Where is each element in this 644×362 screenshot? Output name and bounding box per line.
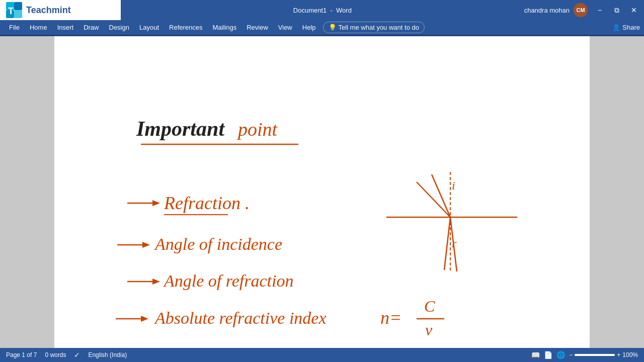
minimize-button[interactable]: −	[592, 2, 608, 18]
document-title: Document1 - Word	[121, 7, 524, 14]
content-area: Important point Refraction . Angle of in…	[0, 36, 644, 348]
svg-line-28	[432, 174, 450, 217]
page-count: Page 1 of 7	[6, 351, 37, 358]
zoom-in-icon[interactable]: +	[617, 351, 620, 358]
svg-text:Angle of refraction: Angle of refraction	[163, 272, 293, 290]
word-count: 0 words	[45, 351, 66, 358]
menu-view[interactable]: View	[273, 22, 297, 33]
menu-insert[interactable]: Insert	[52, 22, 79, 33]
svg-marker-9	[152, 200, 160, 206]
svg-text:v: v	[425, 321, 433, 339]
svg-text:point: point	[236, 119, 278, 140]
share-label: Share	[622, 24, 640, 31]
svg-rect-1	[14, 2, 22, 10]
menu-bar: File Home Insert Draw Design Layout Refe…	[0, 20, 644, 35]
menu-draw[interactable]: Draw	[78, 22, 104, 33]
left-margin	[0, 36, 54, 348]
zoom-level: 100%	[622, 351, 638, 358]
status-right: 📖 📄 🌐 − + 100%	[531, 351, 638, 359]
svg-text:Angle of incidence: Angle of incidence	[154, 235, 282, 253]
menu-layout[interactable]: Layout	[134, 22, 164, 33]
read-mode-icon[interactable]: 📖	[531, 351, 540, 359]
menu-review[interactable]: Review	[242, 22, 273, 33]
svg-marker-16	[152, 279, 160, 285]
svg-text:n=: n=	[380, 308, 401, 328]
zoom-out-icon[interactable]: −	[569, 351, 573, 358]
svg-text:T: T	[8, 6, 14, 16]
svg-text:i: i	[452, 179, 455, 192]
teachmint-logo-icon: T	[6, 2, 22, 18]
menu-home[interactable]: Home	[25, 22, 52, 33]
user-name: chandra mohan	[524, 7, 570, 14]
svg-text:r: r	[452, 237, 457, 250]
svg-line-29	[444, 217, 450, 270]
drawing-canvas: Important point Refraction . Angle of in…	[54, 36, 590, 348]
zoom-slider[interactable]	[575, 354, 615, 356]
proofing-icon[interactable]: ✓	[74, 351, 80, 359]
user-avatar[interactable]: CM	[574, 3, 588, 17]
close-button[interactable]: ✕	[626, 2, 642, 18]
svg-marker-13	[142, 242, 150, 248]
svg-text:C: C	[424, 297, 435, 315]
share-icon: 👤	[612, 24, 620, 31]
web-view-icon[interactable]: 🌐	[556, 351, 565, 359]
share-button[interactable]: 👤 Share	[612, 24, 640, 31]
svg-marker-19	[141, 316, 148, 322]
user-area: chandra mohan CM	[524, 3, 592, 17]
svg-rect-3	[14, 10, 22, 18]
status-bar: Page 1 of 7 0 words ✓ English (India) 📖 …	[0, 348, 644, 362]
logo-area: T Teachmint	[0, 0, 121, 20]
right-margin	[590, 36, 644, 348]
menu-help[interactable]: Help	[297, 22, 321, 33]
title-bar: T Teachmint Document1 - Word chandra moh…	[0, 0, 644, 20]
lightbulb-icon: 💡	[329, 24, 337, 31]
tell-me-text: Tell me what you want to do	[339, 24, 419, 31]
language: English (India)	[88, 351, 127, 358]
svg-text:Important: Important	[136, 117, 225, 140]
tell-me-input[interactable]: 💡 Tell me what you want to do	[323, 22, 425, 33]
svg-text:Absolute refractive index: Absolute refractive index	[154, 309, 327, 327]
print-layout-icon[interactable]: 📄	[544, 351, 552, 359]
restore-button[interactable]: ⧉	[609, 2, 625, 18]
app-logo-text: Teachmint	[26, 5, 71, 16]
svg-line-27	[417, 182, 450, 217]
window-controls: − ⧉ ✕	[592, 2, 644, 18]
document-body: Important point Refraction . Angle of in…	[54, 36, 590, 348]
menu-mailings[interactable]: Mailings	[208, 22, 242, 33]
menu-design[interactable]: Design	[104, 22, 134, 33]
menu-file[interactable]: File	[4, 22, 25, 33]
svg-text:Refraction .: Refraction .	[164, 193, 250, 213]
zoom-bar: − + 100%	[569, 351, 638, 358]
zoom-fill	[575, 354, 615, 356]
menu-references[interactable]: References	[164, 22, 207, 33]
